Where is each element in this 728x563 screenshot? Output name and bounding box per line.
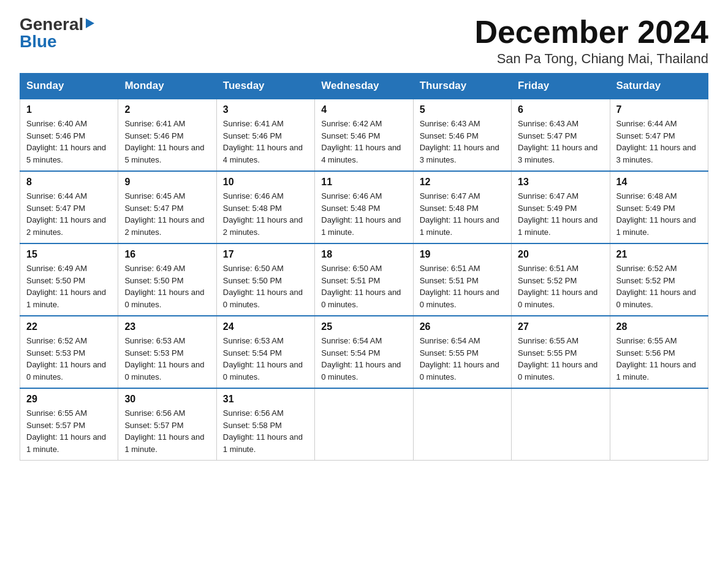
- day-number: 14: [616, 177, 702, 188]
- day-number: 19: [420, 249, 505, 260]
- month-title: December 2024: [474, 15, 708, 50]
- day-info: Sunrise: 6:47 AMSunset: 5:48 PMDaylight:…: [420, 191, 499, 237]
- logo-triangle-icon: [85, 17, 96, 32]
- day-info: Sunrise: 6:54 AMSunset: 5:55 PMDaylight:…: [420, 336, 499, 381]
- day-number: 28: [616, 321, 702, 332]
- calendar-cell: 14 Sunrise: 6:48 AMSunset: 5:49 PMDaylig…: [610, 171, 708, 243]
- calendar-cell: 7 Sunrise: 6:44 AMSunset: 5:47 PMDayligh…: [610, 99, 708, 171]
- calendar-cell: [315, 388, 413, 461]
- day-number: 29: [26, 394, 112, 405]
- week-row-2: 8 Sunrise: 6:44 AMSunset: 5:47 PMDayligh…: [20, 171, 708, 243]
- day-info: Sunrise: 6:56 AMSunset: 5:57 PMDaylight:…: [124, 408, 204, 454]
- day-info: Sunrise: 6:48 AMSunset: 5:49 PMDaylight:…: [616, 191, 696, 237]
- day-number: 17: [223, 249, 308, 260]
- day-info: Sunrise: 6:45 AMSunset: 5:47 PMDaylight:…: [124, 191, 204, 237]
- day-number: 2: [124, 104, 210, 115]
- calendar-cell: 18 Sunrise: 6:50 AMSunset: 5:51 PMDaylig…: [315, 243, 413, 316]
- calendar-cell: 12 Sunrise: 6:47 AMSunset: 5:48 PMDaylig…: [413, 171, 511, 243]
- day-info: Sunrise: 6:46 AMSunset: 5:48 PMDaylight:…: [223, 191, 303, 237]
- calendar-cell: [610, 388, 708, 461]
- day-info: Sunrise: 6:42 AMSunset: 5:46 PMDaylight:…: [321, 119, 401, 164]
- day-info: Sunrise: 6:50 AMSunset: 5:50 PMDaylight:…: [223, 264, 303, 309]
- day-info: Sunrise: 6:41 AMSunset: 5:46 PMDaylight:…: [223, 119, 303, 164]
- day-info: Sunrise: 6:51 AMSunset: 5:52 PMDaylight:…: [518, 264, 597, 309]
- day-number: 30: [124, 394, 210, 405]
- day-info: Sunrise: 6:55 AMSunset: 5:57 PMDaylight:…: [26, 408, 106, 454]
- logo-area: General Blue: [20, 15, 96, 52]
- calendar-cell: 21 Sunrise: 6:52 AMSunset: 5:52 PMDaylig…: [610, 243, 708, 316]
- day-number: 13: [518, 177, 603, 188]
- calendar-cell: 27 Sunrise: 6:55 AMSunset: 5:55 PMDaylig…: [512, 316, 610, 388]
- day-info: Sunrise: 6:56 AMSunset: 5:58 PMDaylight:…: [223, 408, 303, 454]
- calendar-cell: [413, 388, 511, 461]
- calendar-cell: 16 Sunrise: 6:49 AMSunset: 5:50 PMDaylig…: [118, 243, 216, 316]
- day-info: Sunrise: 6:55 AMSunset: 5:56 PMDaylight:…: [616, 336, 696, 381]
- calendar-cell: 31 Sunrise: 6:56 AMSunset: 5:58 PMDaylig…: [216, 388, 314, 461]
- calendar-cell: 17 Sunrise: 6:50 AMSunset: 5:50 PMDaylig…: [216, 243, 314, 316]
- day-info: Sunrise: 6:55 AMSunset: 5:55 PMDaylight:…: [518, 336, 597, 381]
- calendar-cell: 4 Sunrise: 6:42 AMSunset: 5:46 PMDayligh…: [315, 99, 413, 171]
- calendar-cell: 28 Sunrise: 6:55 AMSunset: 5:56 PMDaylig…: [610, 316, 708, 388]
- day-info: Sunrise: 6:41 AMSunset: 5:46 PMDaylight:…: [124, 119, 204, 164]
- col-monday: Monday: [118, 74, 216, 99]
- col-saturday: Saturday: [610, 74, 708, 99]
- day-number: 31: [223, 394, 308, 405]
- day-number: 18: [321, 249, 406, 260]
- day-number: 3: [223, 104, 308, 115]
- day-info: Sunrise: 6:52 AMSunset: 5:52 PMDaylight:…: [616, 264, 696, 309]
- calendar-cell: 9 Sunrise: 6:45 AMSunset: 5:47 PMDayligh…: [118, 171, 216, 243]
- day-number: 20: [518, 249, 603, 260]
- day-number: 1: [26, 104, 112, 115]
- calendar-cell: 10 Sunrise: 6:46 AMSunset: 5:48 PMDaylig…: [216, 171, 314, 243]
- day-info: Sunrise: 6:46 AMSunset: 5:48 PMDaylight:…: [321, 191, 401, 237]
- day-number: 4: [321, 104, 406, 115]
- calendar-cell: 6 Sunrise: 6:43 AMSunset: 5:47 PMDayligh…: [512, 99, 610, 171]
- col-friday: Friday: [512, 74, 610, 99]
- week-row-3: 15 Sunrise: 6:49 AMSunset: 5:50 PMDaylig…: [20, 243, 708, 316]
- day-number: 11: [321, 177, 406, 188]
- calendar-cell: 23 Sunrise: 6:53 AMSunset: 5:53 PMDaylig…: [118, 316, 216, 388]
- day-info: Sunrise: 6:49 AMSunset: 5:50 PMDaylight:…: [26, 264, 106, 309]
- col-wednesday: Wednesday: [315, 74, 413, 99]
- day-info: Sunrise: 6:43 AMSunset: 5:46 PMDaylight:…: [420, 119, 499, 164]
- svg-marker-0: [86, 18, 94, 28]
- week-row-1: 1 Sunrise: 6:40 AMSunset: 5:46 PMDayligh…: [20, 99, 708, 171]
- calendar-cell: 20 Sunrise: 6:51 AMSunset: 5:52 PMDaylig…: [512, 243, 610, 316]
- day-info: Sunrise: 6:40 AMSunset: 5:46 PMDaylight:…: [26, 119, 106, 164]
- day-number: 21: [616, 249, 702, 260]
- header: General Blue December 2024 San Pa Tong, …: [20, 15, 708, 67]
- day-info: Sunrise: 6:53 AMSunset: 5:53 PMDaylight:…: [124, 336, 204, 381]
- calendar-cell: 22 Sunrise: 6:52 AMSunset: 5:53 PMDaylig…: [20, 316, 118, 388]
- calendar-cell: 30 Sunrise: 6:56 AMSunset: 5:57 PMDaylig…: [118, 388, 216, 461]
- calendar-cell: 13 Sunrise: 6:47 AMSunset: 5:49 PMDaylig…: [512, 171, 610, 243]
- calendar-cell: 19 Sunrise: 6:51 AMSunset: 5:51 PMDaylig…: [413, 243, 511, 316]
- day-number: 12: [420, 177, 505, 188]
- day-number: 23: [124, 321, 210, 332]
- logo-blue: Blue: [20, 32, 57, 52]
- day-number: 8: [26, 177, 112, 188]
- day-number: 22: [26, 321, 112, 332]
- week-row-4: 22 Sunrise: 6:52 AMSunset: 5:53 PMDaylig…: [20, 316, 708, 388]
- day-number: 6: [518, 104, 603, 115]
- calendar-cell: 15 Sunrise: 6:49 AMSunset: 5:50 PMDaylig…: [20, 243, 118, 316]
- day-info: Sunrise: 6:50 AMSunset: 5:51 PMDaylight:…: [321, 264, 401, 309]
- day-number: 9: [124, 177, 210, 188]
- calendar-table: Sunday Monday Tuesday Wednesday Thursday…: [20, 73, 708, 461]
- day-number: 26: [420, 321, 505, 332]
- day-info: Sunrise: 6:54 AMSunset: 5:54 PMDaylight:…: [321, 336, 401, 381]
- calendar-cell: 8 Sunrise: 6:44 AMSunset: 5:47 PMDayligh…: [20, 171, 118, 243]
- day-info: Sunrise: 6:43 AMSunset: 5:47 PMDaylight:…: [518, 119, 597, 164]
- week-row-5: 29 Sunrise: 6:55 AMSunset: 5:57 PMDaylig…: [20, 388, 708, 461]
- calendar-cell: 5 Sunrise: 6:43 AMSunset: 5:46 PMDayligh…: [413, 99, 511, 171]
- calendar-cell: 24 Sunrise: 6:53 AMSunset: 5:54 PMDaylig…: [216, 316, 314, 388]
- calendar-cell: 29 Sunrise: 6:55 AMSunset: 5:57 PMDaylig…: [20, 388, 118, 461]
- day-number: 16: [124, 249, 210, 260]
- calendar-cell: 2 Sunrise: 6:41 AMSunset: 5:46 PMDayligh…: [118, 99, 216, 171]
- day-number: 10: [223, 177, 308, 188]
- day-info: Sunrise: 6:52 AMSunset: 5:53 PMDaylight:…: [26, 336, 106, 381]
- day-info: Sunrise: 6:49 AMSunset: 5:50 PMDaylight:…: [124, 264, 204, 309]
- calendar-cell: 11 Sunrise: 6:46 AMSunset: 5:48 PMDaylig…: [315, 171, 413, 243]
- calendar-cell: 1 Sunrise: 6:40 AMSunset: 5:46 PMDayligh…: [20, 99, 118, 171]
- day-info: Sunrise: 6:44 AMSunset: 5:47 PMDaylight:…: [26, 191, 106, 237]
- page: General Blue December 2024 San Pa Tong, …: [0, 0, 728, 475]
